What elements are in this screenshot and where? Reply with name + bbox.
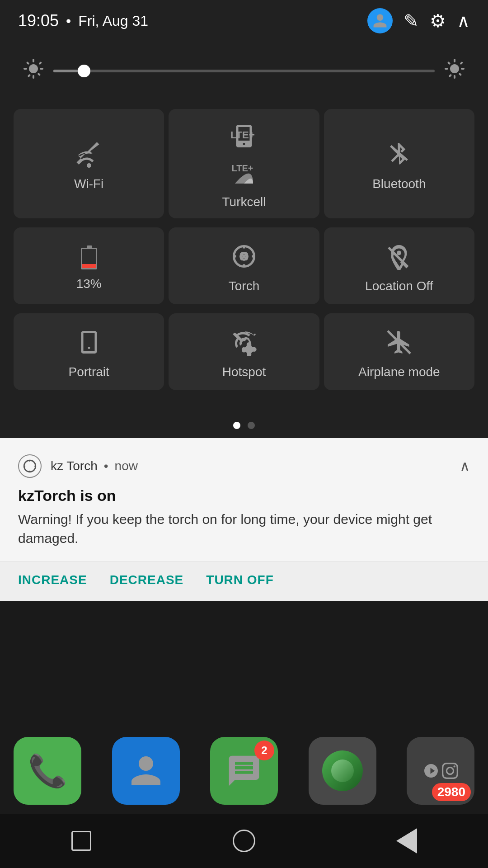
notif-increase-button[interactable]: INCREASE xyxy=(18,573,87,587)
contacts-icon xyxy=(128,753,164,789)
collapse-icon[interactable]: ∧ xyxy=(457,10,470,31)
tile-torch[interactable]: Torch xyxy=(169,227,319,304)
messages-icon xyxy=(226,753,262,789)
user-avatar[interactable] xyxy=(367,8,393,33)
notification-body: Warning! If you keep the torch on for lo… xyxy=(18,510,470,548)
page-indicators xyxy=(0,408,488,438)
tile-airplane-label: Airplane mode xyxy=(358,365,440,379)
portrait-icon xyxy=(75,329,103,358)
brightness-low-icon xyxy=(23,58,44,84)
dock: 📞 2 2980 xyxy=(0,728,488,809)
notification-meta: kz Torch • now xyxy=(51,459,450,473)
edit-icon[interactable]: ✎ xyxy=(404,10,419,31)
status-date: Fri, Aug 31 xyxy=(78,13,148,29)
wifi-off-icon xyxy=(75,141,103,170)
status-icons: ✎ ⚙ ∧ xyxy=(367,8,470,33)
settings-icon[interactable]: ⚙ xyxy=(430,10,446,31)
tile-hotspot[interactable]: Hotspot xyxy=(169,313,319,390)
tile-location-label: Location Off xyxy=(365,279,433,293)
torch-icon xyxy=(230,243,258,272)
dock-messages[interactable]: 2 xyxy=(210,737,278,805)
tile-turkcell[interactable]: LTE+ LTE+ Turkcell xyxy=(169,109,319,218)
status-bar: 19:05 • Fri, Aug 31 ✎ ⚙ ∧ xyxy=(0,0,488,42)
instagram-icon xyxy=(442,763,458,779)
battery-icon xyxy=(81,245,97,269)
tile-portrait[interactable]: Portrait xyxy=(14,313,164,390)
stack-badge: 2980 xyxy=(432,783,471,801)
tile-torch-label: Torch xyxy=(229,279,259,293)
tile-location[interactable]: Location Off xyxy=(324,227,474,304)
airplane-mode-icon xyxy=(385,329,413,358)
tile-portrait-label: Portrait xyxy=(69,365,109,379)
tiles-grid: Wi-Fi LTE+ LTE+ Turkcell xyxy=(14,109,474,390)
notif-decrease-button[interactable]: DECREASE xyxy=(110,573,184,587)
notification-card: kz Torch • now ∧ kzTorch is on Warning! … xyxy=(0,438,488,601)
notification-actions: INCREASE DECREASE TURN OFF xyxy=(0,561,488,601)
home-button[interactable] xyxy=(221,823,267,859)
back-icon xyxy=(396,828,417,854)
messages-badge: 2 xyxy=(254,741,274,760)
orbot-icon xyxy=(322,750,363,791)
tile-wifi[interactable]: Wi-Fi xyxy=(14,109,164,218)
lte-icon: LTE+ xyxy=(230,123,258,151)
brightness-row[interactable] xyxy=(0,42,488,100)
page-dot-2 xyxy=(248,422,255,429)
notif-app-name: kz Torch xyxy=(51,459,98,473)
phone-icon: 📞 xyxy=(28,752,67,789)
page-dot-1 xyxy=(233,422,240,429)
brightness-slider[interactable] xyxy=(53,70,435,72)
notif-turnoff-button[interactable]: TURN OFF xyxy=(206,573,274,587)
home-icon xyxy=(233,830,255,852)
tile-bluetooth-label: Bluetooth xyxy=(372,177,426,191)
notification-title: kzTorch is on xyxy=(18,487,470,505)
svg-point-5 xyxy=(24,460,36,472)
notif-app-icon xyxy=(18,454,42,478)
dock-phone[interactable]: 📞 xyxy=(14,737,81,805)
tile-wifi-label: Wi-Fi xyxy=(74,177,103,191)
lte-signal-icon: LTE+ xyxy=(230,159,258,188)
dock-orbot[interactable] xyxy=(309,737,376,805)
tile-battery-label: 13% xyxy=(76,277,102,291)
status-separator: • xyxy=(66,13,71,29)
nav-bar xyxy=(0,814,488,868)
tile-turkcell-label: Turkcell xyxy=(222,195,266,209)
notif-time: now xyxy=(115,459,138,473)
notif-dot: • xyxy=(104,459,108,473)
quick-settings: Wi-Fi LTE+ LTE+ Turkcell xyxy=(0,100,488,408)
tile-hotspot-label: Hotspot xyxy=(222,365,266,379)
brightness-high-icon xyxy=(444,58,465,84)
telegram-icon xyxy=(423,763,439,779)
recent-apps-icon xyxy=(71,831,91,851)
location-off-icon xyxy=(385,243,413,272)
bluetooth-off-icon xyxy=(385,141,413,170)
dock-stack[interactable]: 2980 xyxy=(407,737,474,805)
status-time: 19:05 xyxy=(18,11,59,30)
back-button[interactable] xyxy=(384,823,429,859)
tile-airplane[interactable]: Airplane mode xyxy=(324,313,474,390)
notification-header: kz Torch • now ∧ xyxy=(18,454,470,478)
tile-battery[interactable]: 13% xyxy=(14,227,164,304)
svg-text:LTE+: LTE+ xyxy=(231,163,253,173)
hotspot-off-icon xyxy=(230,329,258,358)
dock-contacts[interactable] xyxy=(112,737,180,805)
tile-bluetooth[interactable]: Bluetooth xyxy=(324,109,474,218)
notif-expand-icon[interactable]: ∧ xyxy=(460,458,470,475)
recent-apps-button[interactable] xyxy=(59,823,104,859)
